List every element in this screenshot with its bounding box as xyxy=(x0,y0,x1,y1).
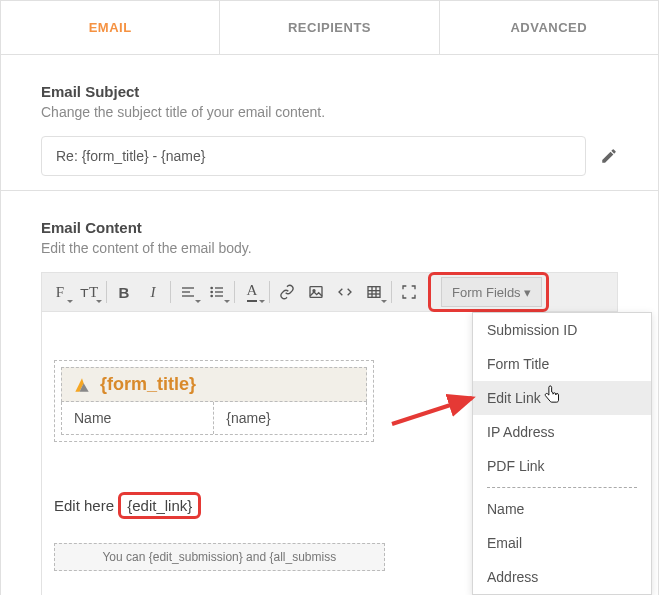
form-title-block: {form_title} Name {name} xyxy=(54,360,374,442)
text-color-button[interactable]: A xyxy=(238,278,266,306)
dropdown-item-email[interactable]: Email xyxy=(473,526,651,560)
tab-recipients[interactable]: RECIPIENTS xyxy=(220,1,439,54)
dropdown-item-name[interactable]: Name xyxy=(473,492,651,526)
font-size-button[interactable]: ᴛT xyxy=(75,278,103,306)
email-settings-card: EMAIL RECIPIENTS ADVANCED Email Subject … xyxy=(0,0,659,595)
bold-button[interactable]: B xyxy=(110,278,138,306)
svg-rect-11 xyxy=(368,287,380,298)
image-button[interactable] xyxy=(302,278,330,306)
dropdown-item-pdf-link[interactable]: PDF Link xyxy=(473,449,651,483)
subject-heading: Email Subject xyxy=(41,83,618,100)
form-fields-dropdown: Submission ID Form Title Edit Link IP Ad… xyxy=(472,312,652,595)
edit-link-token: {edit_link} xyxy=(118,492,201,519)
svg-point-7 xyxy=(211,295,212,296)
dropdown-item-address[interactable]: Address xyxy=(473,560,651,594)
list-button[interactable] xyxy=(203,278,231,306)
svg-point-5 xyxy=(211,291,212,292)
dropdown-item-ip-address[interactable]: IP Address xyxy=(473,415,651,449)
content-heading: Email Content xyxy=(41,219,618,236)
link-button[interactable] xyxy=(273,278,301,306)
subject-desc: Change the subject title of your email c… xyxy=(41,104,618,120)
svg-rect-9 xyxy=(310,287,322,298)
dropdown-item-submission-id[interactable]: Submission ID xyxy=(473,313,651,347)
tab-email[interactable]: EMAIL xyxy=(1,1,220,54)
code-button[interactable] xyxy=(331,278,359,306)
red-arrow-annotation xyxy=(390,392,480,432)
form-fields-button[interactable]: Form Fields ▾ xyxy=(441,277,542,307)
tabs-bar: EMAIL RECIPIENTS ADVANCED xyxy=(1,1,658,55)
dropdown-separator xyxy=(487,487,637,488)
table-button[interactable] xyxy=(360,278,388,306)
editor-toolbar: F ᴛT B I A xyxy=(41,272,618,312)
fullscreen-button[interactable] xyxy=(395,278,423,306)
email-subject-section: Email Subject Change the subject title o… xyxy=(1,55,658,191)
svg-point-3 xyxy=(211,287,212,288)
name-token-cell: {name} xyxy=(214,402,365,434)
dropdown-item-form-title[interactable]: Form Title xyxy=(473,347,651,381)
content-desc: Edit the content of the email body. xyxy=(41,240,618,256)
subject-input[interactable] xyxy=(41,136,586,176)
editor-content-area[interactable]: {form_title} Name {name} Edit here {edit… xyxy=(41,312,618,595)
form-title-token: {form_title} xyxy=(100,374,196,395)
form-logo-icon xyxy=(72,375,92,395)
italic-button[interactable]: I xyxy=(139,278,167,306)
dropdown-item-edit-link[interactable]: Edit Link xyxy=(473,381,651,415)
email-content-section: Email Content Edit the content of the em… xyxy=(1,191,658,595)
tab-advanced[interactable]: ADVANCED xyxy=(440,1,658,54)
font-family-button[interactable]: F xyxy=(46,278,74,306)
pencil-icon[interactable] xyxy=(600,147,618,165)
editor-footer-strip: You can {edit_submission} and {all_submi… xyxy=(54,543,385,571)
align-button[interactable] xyxy=(174,278,202,306)
svg-line-16 xyxy=(392,398,472,424)
name-label-cell: Name xyxy=(62,402,214,434)
